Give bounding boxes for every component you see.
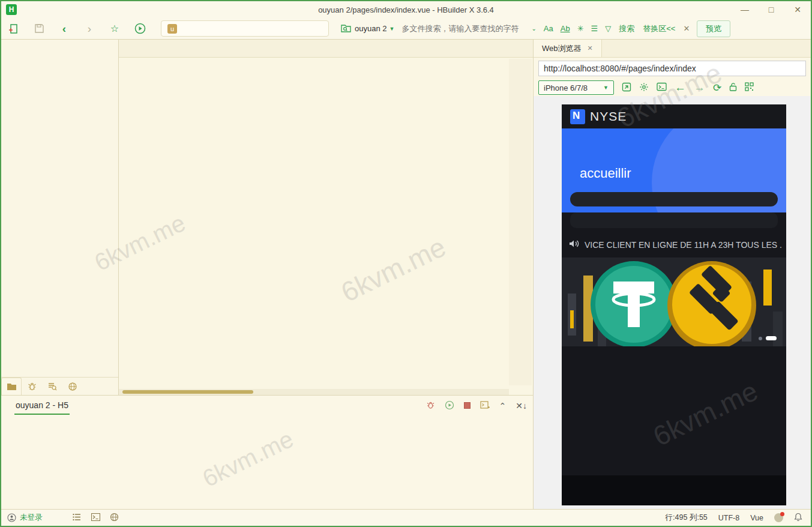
web-browser-tab[interactable]: Web浏览器 ✕: [534, 40, 602, 57]
url-bar[interactable]: http://localhost:8080/#/pages/index/inde…: [538, 61, 806, 76]
device-select[interactable]: iPhone 6/7/8 ▼: [538, 80, 614, 95]
collapse-panel-icon[interactable]: ⌃: [499, 401, 507, 411]
speaker-icon: [569, 239, 580, 250]
stop-icon[interactable]: [464, 401, 471, 411]
debug-bug-icon[interactable]: [426, 400, 435, 411]
notification-icon[interactable]: [774, 513, 783, 522]
lock-icon[interactable]: [729, 82, 737, 93]
web-tab-globe-icon[interactable]: [62, 378, 83, 395]
match-case-icon[interactable]: Aa: [544, 24, 553, 33]
explorer-bottom-tabs: [1, 377, 118, 395]
whole-word-icon[interactable]: Ab: [561, 24, 570, 33]
close-icon[interactable]: ✕: [588, 44, 593, 52]
project-explorer: [1, 40, 119, 395]
new-file-icon[interactable]: [5, 21, 23, 37]
replace-area-button[interactable]: 替换区<<: [643, 23, 675, 34]
main-toolbar: ‹ › ☆ u ouyuan 2 ▼ ⌄ Aa Ab ✳ ☰ ▽ 搜索 替换区: [1, 18, 811, 40]
browser-toolbar: iPhone 6/7/8 ▼ ← → ⟳: [534, 79, 811, 96]
search-button[interactable]: 搜索: [619, 23, 634, 34]
editor-tabs: [119, 40, 533, 58]
new-console-icon[interactable]: [480, 400, 490, 411]
web-browser-panel: Web浏览器 ✕ http://localhost:8080/#/pages/i…: [533, 40, 811, 509]
list-icon[interactable]: ☰: [591, 24, 598, 33]
filter-icon[interactable]: ▽: [605, 24, 611, 33]
qr-code-icon[interactable]: [745, 82, 754, 93]
restart-run-icon[interactable]: [445, 400, 454, 412]
outline-icon[interactable]: [73, 513, 82, 523]
carousel-pagination[interactable]: [759, 336, 777, 340]
favorite-star-icon[interactable]: ☆: [106, 21, 124, 37]
minimap[interactable]: [509, 59, 532, 385]
hbuilderx-window: H ouyuan 2/pages/index/index.vue - HBuil…: [0, 0, 812, 527]
title-bar: H ouyuan 2/pages/index/index.vue - HBuil…: [1, 1, 811, 18]
browser-tabs: Web浏览器 ✕: [534, 40, 811, 58]
login-status[interactable]: 未登录: [7, 513, 43, 523]
multi-file-search-input[interactable]: [401, 24, 528, 33]
hbuilderx-logo-icon: H: [6, 4, 17, 15]
welcome-text: accueillir: [580, 166, 631, 181]
search-scope-select[interactable]: ouyuan 2 ▼: [355, 24, 394, 33]
chevron-down-icon: ▼: [603, 85, 609, 91]
nyse-logo-icon: [570, 109, 585, 124]
chevron-down-icon[interactable]: ⌄: [531, 25, 536, 32]
phone-viewport: NYSE accueillir VICE CLIENT EN LIGNE DE …: [562, 104, 786, 505]
console-panel: ouyuan 2 - H5 ⌃ ✕↓: [1, 395, 533, 509]
notice-marquee[interactable]: VICE CLIENT EN LIGNE DE 11H A 23H TOUS L…: [562, 228, 786, 257]
back-icon[interactable]: ‹: [55, 21, 73, 37]
nav-forward-icon[interactable]: →: [694, 81, 705, 94]
browser-preview-area: NYSE accueillir VICE CLIENT EN LIGNE DE …: [534, 96, 811, 509]
console-icon[interactable]: [657, 82, 667, 93]
horizontal-scrollbar[interactable]: [119, 389, 509, 395]
search-results-tab-icon[interactable]: [42, 378, 62, 395]
gear-icon[interactable]: [639, 82, 649, 94]
encoding[interactable]: UTF-8: [718, 514, 739, 522]
cursor-position[interactable]: 行:495 列:55: [666, 513, 708, 523]
language-mode[interactable]: Vue: [750, 514, 763, 522]
forward-icon[interactable]: ›: [80, 21, 98, 37]
bell-icon[interactable]: [794, 513, 802, 523]
status-bar: 未登录 行:495 列:55 UTF-8 Vue: [1, 509, 811, 526]
chevron-down-icon: ▼: [389, 26, 395, 32]
brand-name: NYSE: [590, 109, 627, 124]
maximize-button[interactable]: □: [758, 2, 784, 17]
debug-tab-bug-icon[interactable]: [22, 378, 42, 395]
minimize-button[interactable]: —: [732, 2, 758, 17]
pagination-dot[interactable]: [759, 337, 762, 340]
breadcrumb: u: [161, 20, 329, 37]
market-ticker: [570, 212, 778, 228]
promo-banner-image[interactable]: [562, 257, 786, 346]
terminal-icon[interactable]: [91, 513, 100, 523]
globe-icon[interactable]: [110, 513, 119, 523]
preview-button[interactable]: 预览: [697, 20, 730, 37]
code-editor: [119, 40, 533, 395]
window-title: ouyuan 2/pages/index/index.vue - HBuilde…: [1, 5, 811, 14]
close-button[interactable]: ✕: [784, 2, 811, 17]
nav-back-icon[interactable]: ←: [675, 81, 686, 94]
search-in-files-icon[interactable]: [341, 23, 351, 35]
files-tab-folder-icon[interactable]: [1, 378, 22, 395]
save-icon[interactable]: [30, 21, 48, 37]
refresh-icon[interactable]: ⟳: [713, 82, 721, 94]
menu-grid-card: [570, 192, 778, 206]
regex-icon[interactable]: ✳: [577, 24, 584, 33]
app-header: NYSE: [562, 104, 786, 128]
uniapp-icon: u: [167, 24, 177, 34]
close-search-icon[interactable]: ✕: [683, 24, 690, 33]
bottom-nav: [562, 475, 786, 505]
close-panel-icon[interactable]: ✕↓: [516, 401, 527, 411]
console-tab[interactable]: ouyuan 2 - H5: [14, 397, 70, 415]
open-external-icon[interactable]: [622, 82, 631, 94]
code-area[interactable]: [119, 58, 533, 385]
pagination-active-dot[interactable]: [766, 336, 777, 340]
run-icon[interactable]: [131, 21, 149, 37]
